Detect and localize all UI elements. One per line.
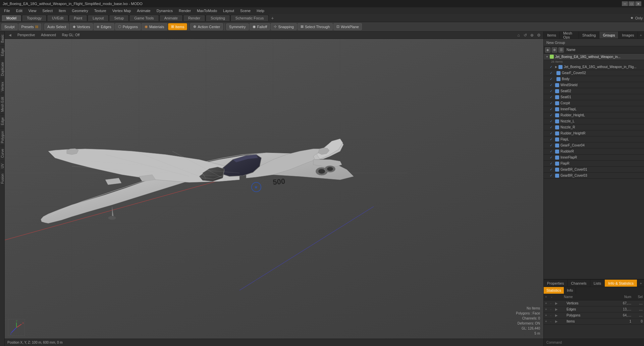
list-item-7[interactable]: ✓ Cocpit [544,100,644,106]
list-item-17[interactable]: ✓ FlapR [544,161,644,167]
left-tab-edge2[interactable]: Edge [0,114,4,128]
falloff-button[interactable]: ◉ Falloff [250,23,270,30]
auto-select-button[interactable]: Auto Select [44,23,69,30]
select-through-button[interactable]: ⊠ Select Through [298,23,333,30]
left-tab-basic[interactable]: Basic [0,32,4,45]
minimize-button[interactable]: ─ [622,1,628,6]
vp-home-icon[interactable]: ⌂ [516,33,521,38]
vp-raygl[interactable]: Ray GL: Off [60,33,82,37]
vp-refresh-icon[interactable]: ↺ [523,33,528,38]
menu-help[interactable]: Help [254,8,267,13]
list-item-8[interactable]: ✓ InnerFlapL [544,106,644,112]
list-item-16[interactable]: ✓ InnerFlapR [544,155,644,161]
tab-paint[interactable]: Paint [69,15,87,21]
new-group-bar[interactable]: New Group [544,39,644,46]
list-item-11[interactable]: ✓ Nozzle_R [544,124,644,130]
tab-scripting[interactable]: Scripting [206,15,230,21]
materials-button[interactable]: ◉ Materials [142,23,167,30]
sculpt-button[interactable]: Sculpt [1,23,18,30]
close-button[interactable]: ✕ [635,1,641,6]
vp-perspective[interactable]: Perspective [15,33,37,37]
items-header-btn2[interactable]: ⊕ [552,47,557,53]
list-item-9[interactable]: ✓ Rudder_HeightL [544,112,644,118]
workplane-button[interactable]: ⊡ WorkPlane [333,23,362,30]
items-header-btn3[interactable]: ☰ [558,47,564,53]
window-controls[interactable]: ─ □ ✕ [622,1,641,6]
rpanel-tab-add[interactable]: + [638,33,644,38]
menu-maxtomodo[interactable]: MaxToModo [194,8,220,13]
tab-add-button[interactable]: + [269,15,276,21]
stat-plus-edges[interactable]: + [545,307,549,311]
rpanel-tab-shading[interactable]: Shading [579,32,599,39]
menu-geometry[interactable]: Geometry [69,8,91,13]
list-item-18[interactable]: ✓ GearBR_Cover01 [544,167,644,173]
menu-edit[interactable]: Edit [13,8,25,13]
rpanel-tab-images[interactable]: Images [619,32,638,39]
edges-button[interactable]: ◈ Edges [94,23,114,30]
vp-nav-left[interactable]: ◀ [7,33,13,37]
viewport-3d[interactable]: 500 ★ No Items Polygons [5,39,543,346]
left-tab-polygon[interactable]: Polygon [0,128,4,146]
stat-expand-edges[interactable]: - [550,308,554,311]
left-tab-curve[interactable]: Curve [0,146,4,161]
menu-select[interactable]: Select [40,8,55,13]
left-tab-edge[interactable]: Edge [0,45,4,59]
list-item-14[interactable]: ✓ GearF_Cover04 [544,142,644,149]
left-tab-fusion[interactable]: Fusion [0,171,4,186]
snapping-button[interactable]: ⊹ Snapping [271,23,297,30]
rpanel-tab-groups[interactable]: Groups [599,32,619,39]
tab-model[interactable]: Model [1,15,21,21]
rpanel-tab-items[interactable]: Items [544,32,560,39]
tab-render[interactable]: Render [183,15,205,21]
action-center-button[interactable]: ⊕ Action Center [190,23,223,30]
bottom-tab-properties[interactable]: Properties [544,280,568,287]
bottom-tab-info-stats[interactable]: Info & Statistics [605,280,637,287]
left-tab-duplicate[interactable]: Duplicate [0,59,4,79]
menu-layout[interactable]: Layout [220,8,237,13]
tab-uvedit[interactable]: UVEdit [47,15,68,21]
menu-item[interactable]: Item [56,8,68,13]
list-item-5[interactable]: ✓ Seat02 [544,88,644,94]
stat-plus-vertices[interactable]: + [545,301,549,305]
tab-animate[interactable]: Animate [159,15,183,21]
list-item-4[interactable]: ✓ WindShield [544,82,644,88]
stat-expand-items[interactable]: - [550,320,554,323]
tab-setup[interactable]: Setup [109,15,129,21]
presets-button[interactable]: Presets III [18,23,41,30]
menu-texture[interactable]: Texture [92,8,109,13]
menu-animate[interactable]: Animate [134,8,153,13]
menu-file[interactable]: File [1,8,13,13]
bottom-tab-lists[interactable]: Lists [590,280,605,287]
stat-expand-vertices[interactable]: - [550,302,554,305]
stats-tab-statistics[interactable]: Statistics [544,287,564,294]
list-item-19[interactable]: ✓ GearBR_Cover03 [544,173,644,179]
list-item-10[interactable]: ✓ Nozzle_L [544,118,644,124]
items-list[interactable]: ▼ Jet_Boeing_EA_18G_without_Weapon_in...… [544,54,644,279]
items-header-btn1[interactable]: ◈ [545,47,550,53]
list-item-3[interactable]: ✓ Body [544,76,644,82]
stats-tab-info[interactable]: Info [564,287,576,294]
menu-vertex-map[interactable]: Vertex Map [110,8,134,13]
command-bar[interactable]: Command [544,339,644,346]
list-item-13[interactable]: ✓ FlapL [544,136,644,142]
vp-settings-icon[interactable]: ⚙ [536,33,541,38]
polygons-button[interactable]: ⬡ Polygons [115,23,141,30]
bottom-tab-add[interactable]: + [638,280,644,287]
list-item-1[interactable]: ✓ ▶ Jet_Boeing_EA_18G_without_Weapon_in_… [544,64,644,70]
list-item-12[interactable]: ✓ Rudder_HeightR [544,130,644,136]
tab-schematic[interactable]: Schematic Focus [230,15,269,21]
list-item-2[interactable]: ✓ GearF_Cover02 [544,70,644,76]
vertices-button[interactable]: ◆ Vertices [70,23,93,30]
stat-expand-polygons[interactable]: - [550,314,554,317]
symmetry-button[interactable]: Symmetry [226,23,249,30]
list-item-15[interactable]: ✓ RudderR [544,149,644,155]
menu-dynamics[interactable]: Dynamics [154,8,175,13]
left-tab-uv[interactable]: UV [0,161,4,171]
bottom-tab-channels[interactable]: Channels [568,280,590,287]
rpanel-tab-meshops[interactable]: Mesh Ops [560,32,579,39]
menu-scene[interactable]: Scene [237,8,253,13]
items-button[interactable]: ⊞ Items [168,23,187,30]
stat-plus-items[interactable]: + [545,320,549,323]
tab-topology[interactable]: Topology [22,15,47,21]
vp-zoom-icon[interactable]: ⊕ [529,33,535,38]
